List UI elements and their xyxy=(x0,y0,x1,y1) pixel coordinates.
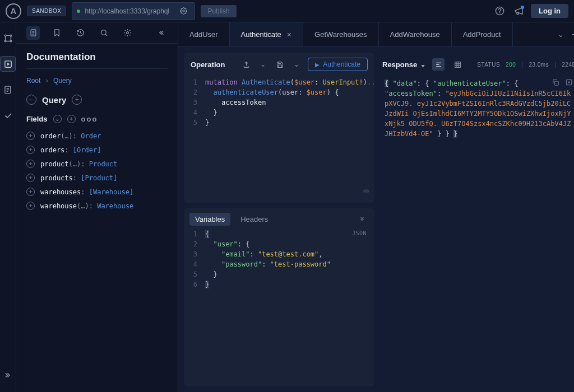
json-label: JSON xyxy=(352,229,367,237)
rail-schema-icon[interactable] xyxy=(0,30,16,46)
run-button-label: Authenticate xyxy=(323,60,360,68)
response-body[interactable]: { "data": { "authenticateUser": { "acces… xyxy=(382,76,574,386)
svg-point-12 xyxy=(126,32,128,34)
svg-point-11 xyxy=(101,30,106,35)
add-field-icon[interactable]: + xyxy=(26,188,35,196)
add-field-icon[interactable]: + xyxy=(26,202,35,210)
field-row[interactable]: + warehouse(…): Warehouse xyxy=(26,199,168,213)
svg-rect-14 xyxy=(554,81,558,85)
view-json-icon[interactable] xyxy=(432,58,445,71)
status-timing: 23.0ms xyxy=(529,62,549,68)
add-field-icon[interactable]: + xyxy=(26,160,35,168)
endpoint-url-text: http://localhost:3333/graphql xyxy=(85,7,169,15)
docs-history-icon[interactable] xyxy=(73,26,87,40)
svg-point-4 xyxy=(10,35,12,36)
response-title[interactable]: Response ⌄ xyxy=(382,60,425,69)
view-table-icon[interactable] xyxy=(451,58,464,71)
status-code: 200 xyxy=(506,62,516,68)
endpoint-url[interactable]: http://localhost:3333/graphql xyxy=(72,2,195,20)
field-row[interactable]: + warehouses: [Warehouse] xyxy=(26,185,168,199)
field-row[interactable]: + product(…): Product xyxy=(26,157,168,171)
docs-gear-icon[interactable] xyxy=(121,26,134,40)
operation-tab[interactable]: Authenticate× xyxy=(230,22,303,46)
keyboard-icon[interactable]: ⌨ xyxy=(363,185,369,198)
chevron-down-icon[interactable]: ⌄ xyxy=(558,30,564,39)
docs-collapse-icon[interactable] xyxy=(154,26,168,40)
rail-checks-icon[interactable] xyxy=(0,108,16,123)
more-icon[interactable]: ooo xyxy=(81,115,98,123)
add-field-icon[interactable]: + xyxy=(26,146,35,154)
status-size: 224B xyxy=(562,62,574,68)
type-name: Query xyxy=(42,95,66,105)
tab-headers[interactable]: Headers xyxy=(235,213,274,226)
svg-point-0 xyxy=(183,10,184,12)
chevron-down-icon: ⌄ xyxy=(420,61,425,68)
operation-title: Operation xyxy=(191,60,225,69)
add-tab-icon[interactable]: + xyxy=(572,30,574,40)
operation-tab[interactable]: AddProduct xyxy=(452,22,513,46)
collapse-vars-icon[interactable] xyxy=(359,216,365,223)
notification-dot-icon xyxy=(521,6,524,9)
operation-tab[interactable]: AddWarehouse xyxy=(379,22,452,46)
status-label: STATUS xyxy=(477,62,500,68)
save-icon[interactable] xyxy=(274,59,285,70)
chevron-down-icon[interactable]: ⌄ xyxy=(291,59,302,70)
help-icon[interactable] xyxy=(493,4,506,18)
variables-editor[interactable]: JSON 123456 { "user": { "email": "test@t… xyxy=(184,228,374,386)
operation-tab[interactable]: AddUser xyxy=(178,22,230,46)
breadcrumb-sep-icon: › xyxy=(46,77,48,85)
tab-variables[interactable]: Variables xyxy=(189,213,230,226)
play-icon: ▶ xyxy=(315,62,320,68)
sandbox-badge: SANDBOX xyxy=(27,6,66,16)
rail-collapse-icon[interactable] xyxy=(0,367,16,383)
announce-icon[interactable] xyxy=(512,4,525,18)
export-icon[interactable] xyxy=(240,59,252,70)
svg-rect-13 xyxy=(455,62,460,67)
svg-point-2 xyxy=(499,13,500,13)
add-field-icon[interactable]: + xyxy=(26,174,35,182)
svg-point-3 xyxy=(4,35,6,36)
back-icon[interactable]: ← xyxy=(26,95,36,105)
svg-point-6 xyxy=(10,40,12,42)
rail-explorer-icon[interactable] xyxy=(0,56,16,72)
gear-icon[interactable] xyxy=(177,4,190,18)
publish-button[interactable]: Publish xyxy=(201,5,236,17)
svg-point-5 xyxy=(4,40,6,42)
apollo-logo[interactable]: A xyxy=(6,3,21,19)
breadcrumb-root[interactable]: Root xyxy=(26,77,40,85)
docs-title: Documentation xyxy=(26,52,168,69)
operation-tab[interactable]: GetWarehouses xyxy=(303,22,378,46)
add-type-icon[interactable]: + xyxy=(72,95,82,105)
field-row[interactable]: + products: [Product] xyxy=(26,171,168,185)
fields-add-icon[interactable]: + xyxy=(67,115,76,123)
docs-bookmark-icon[interactable] xyxy=(50,26,63,40)
fields-collapse-icon[interactable]: ⌄ xyxy=(53,115,62,123)
status-dot-icon xyxy=(77,10,80,13)
rail-diff-icon[interactable] xyxy=(0,82,16,97)
docs-document-icon[interactable] xyxy=(26,26,40,40)
login-button[interactable]: Log in xyxy=(531,4,568,18)
run-button[interactable]: ▶ Authenticate xyxy=(308,58,368,71)
fields-label: Fields xyxy=(26,115,48,123)
docs-search-icon[interactable] xyxy=(97,26,110,40)
breadcrumb-current: Query xyxy=(53,77,72,85)
download-icon[interactable] xyxy=(565,78,573,86)
chevron-down-icon[interactable]: ⌄ xyxy=(257,59,269,70)
field-row[interactable]: + orders: [Order] xyxy=(26,143,168,157)
field-row[interactable]: + order(…): Order xyxy=(26,129,168,143)
svg-marker-8 xyxy=(7,62,10,66)
close-icon[interactable]: × xyxy=(287,30,291,39)
operation-editor[interactable]: 12345 mutation Authenticate($user: UserI… xyxy=(184,76,374,203)
copy-icon[interactable] xyxy=(552,78,559,86)
breadcrumb[interactable]: Root › Query xyxy=(26,77,168,85)
add-field-icon[interactable]: + xyxy=(26,132,35,140)
